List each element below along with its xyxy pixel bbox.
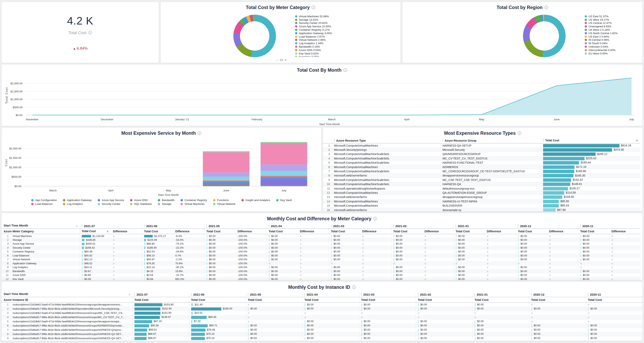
difference-cell[interactable]: -100.0%	[236, 258, 266, 262]
difference-cell[interactable]: ø	[547, 262, 578, 266]
resource-group-cell[interactable]: devappserviceapiresourcegroup	[440, 195, 541, 199]
difference-cell[interactable]: ø	[422, 262, 454, 266]
difference-cell[interactable]: ø	[111, 262, 142, 266]
cost-cell[interactable]: $0.00	[391, 273, 422, 277]
row-label-cell[interactable]: /subscriptions/12d2db62-5aa9-471d-84bb-f…	[10, 303, 132, 307]
cost-cell[interactable]: $0.00	[416, 341, 472, 341]
resource-type-cell[interactable]: Microsoft.Compute/virtualMachines	[332, 203, 440, 208]
cost-cell[interactable]: $66.67	[132, 336, 189, 341]
cost-cell[interactable]: $0.00	[578, 246, 610, 250]
legend-item[interactable]: Azure DNS	[130, 199, 152, 202]
resource-group-cell[interactable]: MC_CSE-TEST_CSE-TEST_EASTUS	[440, 178, 541, 182]
cost-cell[interactable]: $135.27	[541, 186, 640, 191]
bar-segment[interactable]	[260, 176, 307, 177]
legend-item[interactable]: Virtual Machines	[180, 202, 207, 205]
resource-group-cell[interactable]: devappserviceresourcegroup	[440, 174, 541, 178]
measure-header[interactable]: Difference	[111, 229, 142, 234]
cost-cell[interactable]: $0.00	[204, 238, 236, 242]
difference-cell[interactable]: ø	[422, 265, 454, 269]
legend-item[interactable]: Security Center 10.82%	[295, 21, 332, 25]
measure-header[interactable]: Total Cost	[586, 297, 642, 303]
difference-cell[interactable]: ø	[547, 238, 578, 242]
difference-cell[interactable]: ø	[485, 262, 516, 266]
difference-cell[interactable]: 15.8%	[173, 269, 204, 273]
cost-cell[interactable]: $4.25	[142, 269, 173, 273]
cost-cell[interactable]: ø	[302, 315, 359, 319]
row-label-cell[interactable]: Container Registry	[10, 250, 80, 254]
difference-cell[interactable]: ø	[422, 273, 454, 277]
row-label-cell[interactable]: Load Balancer	[10, 254, 80, 258]
cost-cell[interactable]: $0.00	[266, 258, 298, 262]
cost-cell[interactable]: $0.00	[472, 307, 529, 311]
cost-cell[interactable]: $0.00	[302, 332, 359, 336]
cost-cell[interactable]: $66.67	[132, 332, 189, 336]
measure-header[interactable]: Total Cost	[454, 229, 485, 234]
cost-cell[interactable]: $0.00	[246, 328, 302, 332]
difference-cell[interactable]: -100.0%	[236, 269, 266, 273]
cost-cell[interactable]: $0.00	[329, 277, 360, 280]
cost-cell[interactable]: $0.00	[529, 324, 586, 328]
legend-item[interactable]: Unassigned 8.93%	[585, 25, 618, 28]
difference-cell[interactable]: ø	[422, 234, 454, 238]
cost-cell[interactable]: $225.59	[142, 238, 173, 242]
bar-segment[interactable]	[203, 173, 250, 177]
legend-item[interactable]: Insight and Analytics	[242, 199, 270, 202]
cost-cell[interactable]: $0.00	[516, 250, 547, 254]
resource-type-cell[interactable]: microsoft.web/serverfarms	[332, 174, 440, 178]
cost-cell[interactable]: $0.00	[516, 242, 547, 246]
legend-item[interactable]: Azure App Service	[98, 199, 124, 202]
difference-cell[interactable]: ø	[485, 273, 516, 277]
cost-cell[interactable]: $0.00	[586, 336, 642, 341]
resource-group-cell[interactable]: MC_CERESOURCEGROUP_CE-TEST-DONTDELETE_EA…	[440, 169, 541, 173]
row-label-cell[interactable]: Key Vault	[10, 277, 80, 280]
cost-cell[interactable]: $0.00	[391, 250, 422, 254]
cost-cell[interactable]: $196.90	[142, 246, 173, 250]
cost-cell[interactable]: $0.00	[266, 269, 298, 273]
difference-cell[interactable]: ø	[547, 258, 578, 262]
resource-type-cell[interactable]: Microsoft.Compute/virtualMachineScaleSet…	[332, 169, 440, 173]
month-header[interactable]: 2021-01	[472, 292, 529, 297]
difference-cell[interactable]: ø	[610, 246, 640, 250]
service-by-month-chart[interactable]: $0.00$500.00$1,000.00$1,500.00$2,000.00C…	[2, 136, 321, 197]
resource-type-cell[interactable]: microsoft.operationalinsights/workspaces	[332, 186, 440, 191]
cost-cell[interactable]: $0.00	[578, 277, 610, 280]
cost-cell[interactable]: $0.00	[391, 277, 422, 280]
difference-cell[interactable]: ø	[298, 269, 329, 273]
difference-cell[interactable]: ø	[360, 273, 391, 277]
measure-header[interactable]: Total Cost∨	[80, 229, 111, 234]
row-label-cell[interactable]: /subscriptions/20d6a917-99fa-4b1b-9b2e-a…	[10, 307, 132, 311]
cost-cell[interactable]: ø	[246, 311, 302, 315]
cost-cell[interactable]: $0.00	[204, 242, 236, 246]
cost-cell[interactable]: $0.00	[472, 319, 529, 324]
cost-cell[interactable]: $1,143.93	[80, 234, 111, 238]
difference-cell[interactable]: ø	[111, 234, 142, 238]
cost-cell[interactable]: $0.00	[204, 265, 236, 269]
difference-cell[interactable]: ø	[422, 250, 454, 254]
cost-cell[interactable]: ø	[391, 262, 422, 266]
difference-cell[interactable]: ø	[360, 238, 391, 242]
month-header[interactable]: 2020-12	[516, 224, 578, 229]
resource-type-cell[interactable]: Microsoft.Compute/virtualMachineScaleSet…	[332, 178, 440, 182]
cost-cell[interactable]: $0.00	[454, 242, 485, 246]
difference-cell[interactable]: ø	[485, 234, 516, 238]
cost-cell[interactable]: $0.00	[302, 307, 359, 311]
legend-item[interactable]: Application Gateway 3.00%	[295, 31, 332, 35]
page-down-icon[interactable]: ▼	[284, 59, 287, 61]
cost-cell[interactable]: $3.67	[80, 269, 111, 273]
cost-cell[interactable]: $148.01	[541, 182, 640, 186]
cost-cell[interactable]: $80.38	[132, 324, 189, 328]
row-label-cell[interactable]: Storage	[10, 238, 80, 242]
cost-cell[interactable]: $104.40	[541, 195, 640, 199]
measure-header[interactable]: Difference	[422, 229, 454, 234]
difference-cell[interactable]: ø	[485, 238, 516, 242]
difference-cell[interactable]: ø	[111, 269, 142, 273]
cost-cell[interactable]: $79.35	[142, 262, 173, 266]
cost-cell[interactable]: $97.20	[132, 319, 189, 324]
legend-item[interactable]: Functions	[213, 199, 235, 202]
bar-segment[interactable]	[260, 143, 307, 165]
difference-cell[interactable]: ø	[360, 269, 391, 273]
measure-header[interactable]: Total Cost	[416, 297, 472, 303]
month-header[interactable]: 2021-06	[189, 292, 246, 297]
cost-cell[interactable]: $0.00	[454, 265, 485, 269]
cost-cell[interactable]: $0.00	[516, 246, 547, 250]
